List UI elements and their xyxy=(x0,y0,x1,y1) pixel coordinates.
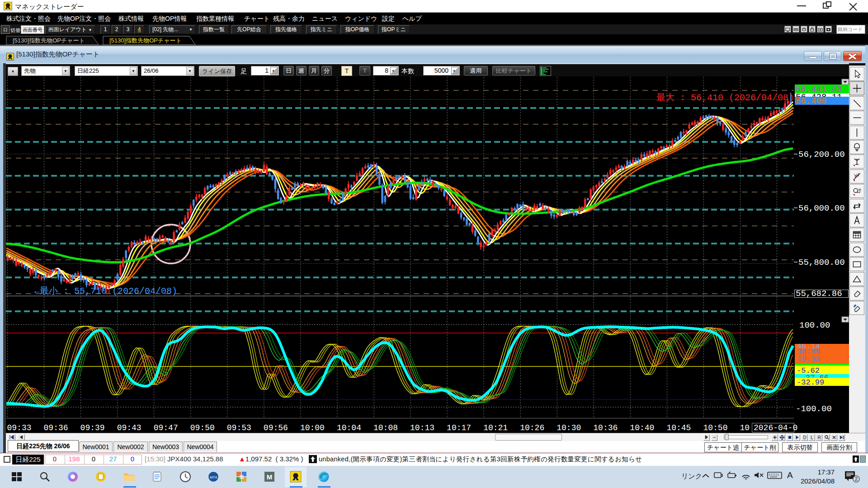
svg-text:10:04: 10:04 xyxy=(337,423,361,432)
svg-text:10:26: 10:26 xyxy=(520,423,544,432)
svg-text:R: R xyxy=(817,435,821,440)
svg-text:55,682.86: 55,682.86 xyxy=(796,289,842,299)
svg-text:MT4: MT4 xyxy=(210,475,217,479)
svg-text:10:30: 10:30 xyxy=(557,423,581,432)
svg-text:-32.99: -32.99 xyxy=(797,378,824,387)
svg-text:56,200.00: 56,200.00 xyxy=(798,150,845,160)
svg-text:56,441.83: 56,441.83 xyxy=(796,84,842,94)
svg-text:L: L xyxy=(811,435,813,440)
svg-text:D: D xyxy=(803,435,806,440)
svg-text:09:50: 09:50 xyxy=(190,423,215,432)
svg-text:M: M xyxy=(267,473,273,481)
svg-text:10: 10 xyxy=(740,423,750,432)
svg-text:19.33: 19.33 xyxy=(797,355,820,364)
svg-text:10:50: 10:50 xyxy=(703,423,727,432)
svg-text:100.00: 100.00 xyxy=(799,320,830,330)
svg-text:10:45: 10:45 xyxy=(666,423,691,432)
svg-text:09:33: 09:33 xyxy=(7,423,32,432)
svg-text:09:53: 09:53 xyxy=(227,423,251,432)
svg-text:09:43: 09:43 xyxy=(117,423,142,432)
svg-text:2026-04-0: 2026-04-0 xyxy=(754,423,797,432)
svg-text:10:17: 10:17 xyxy=(447,423,471,432)
svg-text:-100.00: -100.00 xyxy=(796,404,832,414)
svg-text:09:56: 09:56 xyxy=(264,423,288,432)
svg-text:10:21: 10:21 xyxy=(483,423,508,432)
svg-text:09:39: 09:39 xyxy=(80,423,105,432)
svg-text:56,400: 56,400 xyxy=(796,96,826,106)
svg-text:55,800.00: 55,800.00 xyxy=(798,258,845,267)
svg-text:-5.62: -5.62 xyxy=(797,366,820,375)
svg-text:10:00: 10:00 xyxy=(300,423,325,432)
svg-text:←最小 : 55,710 (2026/04/08): ←最小 : 55,710 (2026/04/08) xyxy=(34,286,177,296)
svg-text:10:08: 10:08 xyxy=(373,423,398,432)
svg-text:56,000.00: 56,000.00 xyxy=(798,203,845,213)
svg-text:10:40: 10:40 xyxy=(630,423,654,432)
svg-text:09:47: 09:47 xyxy=(154,423,178,432)
svg-text:2: 2 xyxy=(855,476,858,482)
svg-text:最大 : 56,410 (2026/04/08)→: 最大 : 56,410 (2026/04/08)→ xyxy=(656,93,799,103)
svg-text:09:36: 09:36 xyxy=(44,423,68,432)
svg-text:10:13: 10:13 xyxy=(410,423,434,432)
svg-text:10:36: 10:36 xyxy=(593,423,618,432)
